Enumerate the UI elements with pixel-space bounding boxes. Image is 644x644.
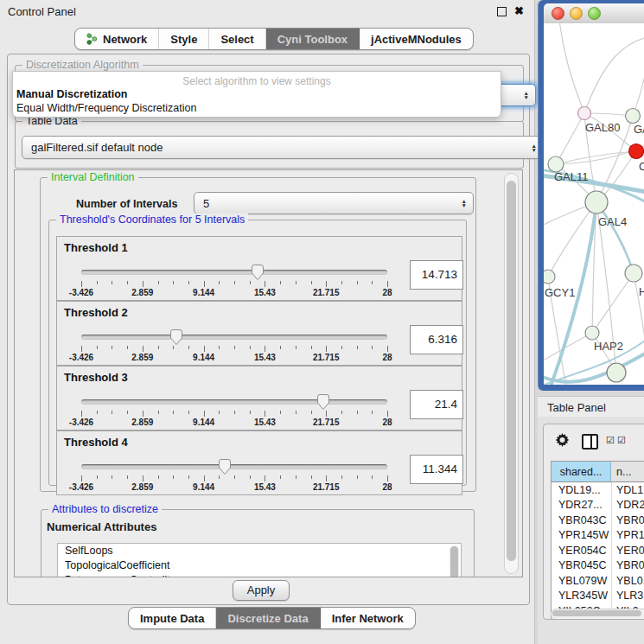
network-node[interactable] bbox=[625, 265, 642, 282]
tick-label: 15.43 bbox=[254, 288, 276, 297]
attribute-list-item[interactable]: SelfLoops bbox=[58, 544, 461, 558]
table-cell[interactable]: YBL079W bbox=[552, 573, 612, 589]
checkbox-icon[interactable]: ☑ bbox=[606, 436, 615, 445]
network-edge[interactable] bbox=[556, 113, 584, 164]
zoom-traffic-icon[interactable] bbox=[588, 7, 601, 20]
threshold-value-field[interactable]: 14.713 bbox=[410, 260, 463, 290]
close-traffic-icon[interactable] bbox=[552, 7, 564, 20]
network-node[interactable] bbox=[585, 191, 608, 214]
table-cell[interactable]: YDR2... bbox=[612, 498, 644, 513]
network-node[interactable] bbox=[578, 107, 591, 120]
table-cell[interactable]: YLR3... bbox=[612, 589, 644, 604]
slider-thumb[interactable] bbox=[251, 264, 265, 281]
network-edge[interactable] bbox=[559, 23, 584, 113]
threshold-label: Threshold 1 bbox=[64, 241, 128, 254]
table-cell[interactable]: YBR045C bbox=[552, 558, 612, 574]
tab-impute-data[interactable]: Impute Data bbox=[129, 608, 216, 628]
table-cell[interactable]: YLR345W bbox=[552, 589, 612, 604]
network-edge[interactable] bbox=[596, 202, 634, 273]
num-intervals-combobox[interactable]: 5 ▲▼ bbox=[194, 192, 474, 214]
threshold-value-field[interactable]: 6.316 bbox=[410, 325, 463, 354]
network-edge[interactable] bbox=[596, 202, 634, 273]
tab-discretize-data[interactable]: Discretize Data bbox=[216, 608, 320, 628]
tab-jactivemnodules[interactable]: jActiveMNodules bbox=[360, 29, 473, 49]
network-edge[interactable] bbox=[634, 273, 644, 345]
tick-mark bbox=[127, 346, 128, 349]
gear-icon[interactable] bbox=[555, 433, 570, 451]
slider-thumb[interactable] bbox=[169, 328, 183, 346]
table-horizontal-scrollbar[interactable] bbox=[551, 609, 644, 620]
slider-thumb[interactable] bbox=[218, 458, 232, 475]
tick-mark bbox=[341, 346, 342, 349]
table-row[interactable]: YDR27...YDR2... bbox=[552, 498, 644, 513]
scrollbar-thumb[interactable] bbox=[552, 610, 641, 616]
network-node[interactable] bbox=[544, 270, 555, 284]
apply-button[interactable]: Apply bbox=[233, 580, 290, 601]
table-cell[interactable]: YPR1... bbox=[612, 528, 644, 544]
attributes-list-scrollbar[interactable] bbox=[450, 545, 459, 577]
tick-label: 21.715 bbox=[313, 288, 340, 297]
table-row[interactable]: YBR045CYBR0... bbox=[552, 558, 644, 574]
slider-thumb[interactable] bbox=[316, 393, 330, 411]
dropdown-option-manual[interactable]: Manual Discretization bbox=[16, 88, 128, 100]
table-cell[interactable]: YER0... bbox=[612, 543, 644, 558]
table-row[interactable]: YBR043CYBR0... bbox=[552, 513, 644, 528]
network-edge[interactable] bbox=[548, 202, 596, 277]
columns-icon[interactable] bbox=[582, 434, 598, 450]
scrollbar-thumb[interactable] bbox=[507, 181, 516, 561]
checkbox-icon[interactable]: ☑ bbox=[617, 436, 626, 445]
table-row[interactable]: YER054CYER0... bbox=[552, 543, 644, 558]
table-cell[interactable]: YBL0... bbox=[612, 573, 644, 589]
table-cell[interactable]: YDL1... bbox=[612, 482, 644, 498]
dropdown-option-equal-width[interactable]: Equal Width/Frequency Discretization bbox=[16, 102, 196, 114]
tick-mark bbox=[234, 281, 235, 284]
network-edge[interactable] bbox=[592, 273, 634, 333]
threshold-value-field[interactable]: 11.344 bbox=[410, 455, 463, 484]
minimize-traffic-icon[interactable] bbox=[570, 7, 583, 20]
float-window-icon[interactable] bbox=[497, 7, 507, 16]
tab-network[interactable]: Network bbox=[75, 29, 159, 49]
attribute-list-item[interactable]: BetweennessCentrality bbox=[58, 573, 461, 577]
scrollbar-thumb[interactable] bbox=[450, 546, 458, 577]
table-cell[interactable]: YER054C bbox=[552, 543, 612, 558]
column-header-shared-name[interactable]: shared... bbox=[552, 462, 611, 481]
tick-mark bbox=[81, 475, 82, 481]
slider-track[interactable] bbox=[81, 399, 387, 405]
table-panel-titlebar: Table Panel bbox=[538, 396, 644, 418]
network-node[interactable] bbox=[607, 363, 626, 382]
tab-select[interactable]: Select bbox=[209, 29, 265, 49]
column-header-name[interactable]: n... bbox=[611, 462, 644, 481]
network-node[interactable] bbox=[585, 326, 599, 340]
table-row[interactable]: YDL19...YDL1... bbox=[552, 482, 644, 498]
network-node[interactable] bbox=[629, 144, 644, 159]
table-cell[interactable]: YBR0... bbox=[612, 558, 644, 574]
close-icon[interactable]: ✖ bbox=[514, 4, 524, 18]
slider-track[interactable] bbox=[81, 335, 387, 340]
tick-mark bbox=[250, 346, 251, 349]
table-cell[interactable]: YPR145W bbox=[552, 528, 612, 544]
table-cell[interactable]: YDL19... bbox=[552, 482, 612, 498]
combo-value: galFiltered.sif default node bbox=[31, 141, 163, 154]
network-edge[interactable] bbox=[584, 37, 644, 113]
table-cell[interactable]: YBR0... bbox=[612, 513, 644, 528]
network-node-label: GAL4 bbox=[598, 215, 627, 228]
network-canvas[interactable]: GAL80GACGAL11GAL4GCY1HHAP2 bbox=[544, 23, 644, 385]
table-row[interactable]: YBL079WYBL0... bbox=[552, 573, 644, 589]
tab-cyni-toolbox[interactable]: Cyni Toolbox bbox=[266, 29, 360, 49]
table-cell[interactable]: YBR043C bbox=[552, 513, 612, 528]
tab-style[interactable]: Style bbox=[159, 29, 209, 49]
table-row[interactable]: YLR345WYLR3... bbox=[552, 589, 644, 604]
network-node[interactable] bbox=[626, 109, 641, 124]
table-data-combobox[interactable]: galFiltered.sif default node ▲▼ bbox=[22, 136, 544, 159]
slider-track[interactable] bbox=[81, 270, 387, 275]
slider-track[interactable] bbox=[81, 464, 387, 469]
threshold-value-field[interactable]: 21.4 bbox=[410, 390, 463, 419]
table-row[interactable]: YPR145WYPR1... bbox=[552, 528, 644, 544]
tick-mark bbox=[341, 475, 342, 479]
numerical-attributes-list[interactable]: SelfLoopsTopologicalCoefficientBetweenne… bbox=[57, 543, 462, 577]
settings-panel-scrollbar[interactable] bbox=[504, 173, 519, 574]
tab-infer-network[interactable]: Infer Network bbox=[321, 608, 415, 628]
table-cell[interactable]: YDR27... bbox=[552, 498, 612, 513]
attribute-list-item[interactable]: TopologicalCoefficient bbox=[58, 558, 461, 573]
tick-mark bbox=[250, 281, 251, 284]
